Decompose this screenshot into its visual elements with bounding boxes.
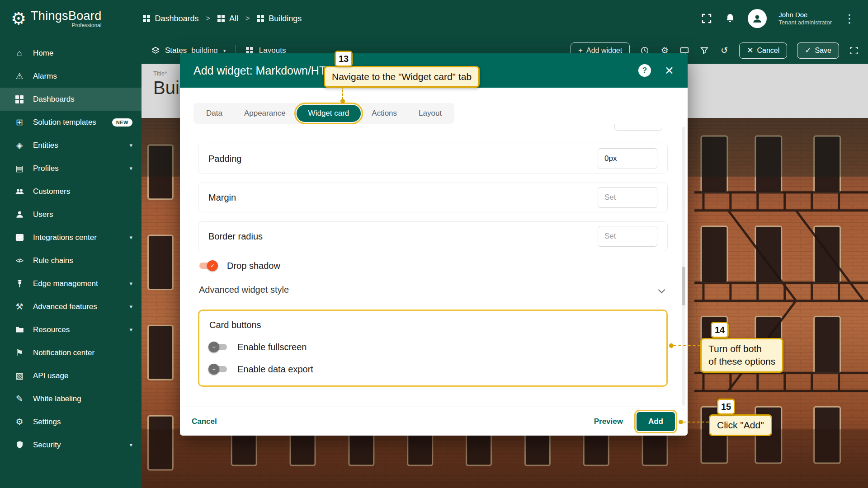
thingsboard-logo-icon: ⚙ (11, 10, 26, 27)
padding-input[interactable]: 0px (598, 148, 657, 169)
sidebar-item-notification-center[interactable]: ⚑ Notification center (0, 341, 142, 364)
notifications-bell-icon[interactable] (724, 13, 736, 24)
sidebar-item-label: Home (33, 49, 53, 58)
breadcrumb-all[interactable]: All (217, 14, 238, 23)
enable-data-export-toggle[interactable]: − (209, 364, 227, 375)
save-button[interactable]: ✓ Save (797, 42, 839, 59)
fullscreen-icon[interactable] (849, 46, 859, 56)
fullscreen-icon[interactable] (701, 13, 712, 24)
brand-name: ThingsBoard (31, 9, 101, 23)
enable-fullscreen-toggle[interactable]: − (209, 342, 227, 352)
sidebar-item-customers[interactable]: Customers (0, 180, 142, 203)
callout-14-line1: Turn off both (708, 343, 775, 355)
breadcrumb-separator-icon: > (245, 14, 250, 23)
dashboards-icon (13, 95, 26, 103)
sidebar-item-label: Security (33, 441, 61, 450)
help-icon[interactable]: ? (638, 64, 651, 77)
shield-icon (13, 441, 26, 449)
preview-button[interactable]: Preview (594, 417, 623, 426)
callout-15-text: Click "Add" (709, 414, 772, 436)
sidebar-item-security[interactable]: Security ▾ (0, 433, 142, 456)
sidebar-item-integrations-center[interactable]: Integrations center ▾ (0, 226, 142, 249)
breadcrumb-label: Buildings (269, 14, 302, 23)
breadcrumb-buildings[interactable]: Buildings (257, 14, 302, 23)
sidebar-item-label: Profiles (33, 164, 59, 173)
sidebar-item-edge-management[interactable]: Edge management ▾ (0, 272, 142, 295)
chevron-down-icon: ▾ (129, 142, 132, 149)
enable-fullscreen-row: − Enable fullscreen (209, 342, 656, 352)
dialog-body: Padding 0px Margin Set Border radius Set… (180, 124, 688, 407)
sidebar-item-rule-chains[interactable]: </> Rule chains (0, 249, 142, 272)
callout-13-text: Navigate to the "Widget card" tab (324, 66, 480, 88)
sidebar-item-label: Alarms (33, 72, 57, 81)
folder-icon (13, 325, 26, 334)
brand-subtitle: Professional (31, 22, 101, 28)
sidebar-item-label: Edge management (33, 279, 98, 288)
chevron-down-icon: ▾ (129, 326, 132, 333)
gear-icon: ⚙ (13, 417, 26, 427)
margin-input[interactable]: Set (598, 187, 657, 208)
chevron-down-icon: ▾ (129, 441, 132, 448)
enable-fullscreen-label: Enable fullscreen (237, 342, 307, 352)
advanced-widget-style-label: Advanced widget style (199, 285, 289, 295)
dashboards-icon (143, 15, 150, 22)
breadcrumb-label: Dashboards (155, 14, 198, 23)
sidebar-item-settings[interactable]: ⚙ Settings (0, 410, 142, 433)
dialog-tabs: Data Appearance Widget card Actions Layo… (193, 103, 688, 124)
border-radius-row: Border radius Set (198, 221, 668, 251)
warning-icon: ⚠ (13, 71, 26, 81)
callout-14-connector (674, 345, 700, 346)
close-icon[interactable]: ✕ (665, 65, 674, 76)
sidebar-item-resources[interactable]: Resources ▾ (0, 318, 142, 341)
advanced-widget-style-expander[interactable]: Advanced widget style (199, 285, 667, 295)
filter-icon[interactable] (699, 46, 709, 56)
padding-row: Padding 0px (198, 144, 668, 174)
sidebar-item-users[interactable]: Users (0, 203, 142, 226)
breadcrumb-dashboards[interactable]: Dashboards (143, 14, 198, 23)
save-label: Save (815, 47, 831, 55)
callout-15-badge: 15 (717, 399, 735, 415)
history-icon[interactable]: ↺ (719, 46, 729, 56)
drop-shadow-toggle[interactable]: ✓ (199, 260, 217, 271)
tab-actions[interactable]: Actions (361, 103, 408, 124)
tab-appearance[interactable]: Appearance (233, 103, 297, 124)
cutoff-input[interactable] (614, 124, 662, 131)
new-badge: NEW (112, 118, 132, 127)
enable-data-export-row: − Enable data export (209, 364, 656, 375)
flag-icon: ⚑ (13, 347, 26, 358)
card-buttons-section: Card buttons − Enable fullscreen − Enabl… (198, 310, 668, 387)
tab-widget-card[interactable]: Widget card (297, 105, 361, 122)
dialog-cancel-button[interactable]: Cancel (192, 417, 217, 426)
sidebar-item-advanced-features[interactable]: ⚒ Advanced features ▾ (0, 295, 142, 318)
sidebar-item-profiles[interactable]: ▤ Profiles ▾ (0, 157, 142, 180)
sidebar-item-label: Dashboards (33, 95, 75, 104)
tab-layout[interactable]: Layout (408, 103, 453, 124)
kebab-menu-icon[interactable]: ⋮ (844, 13, 855, 24)
callout-14-line2: of these options (708, 355, 775, 368)
sidebar-item-home[interactable]: ⌂ Home (0, 42, 142, 65)
margin-row: Margin Set (198, 183, 668, 212)
sidebar-item-label: White labeling (33, 394, 81, 404)
border-radius-input[interactable]: Set (598, 226, 657, 247)
cancel-button[interactable]: ✕ Cancel (739, 42, 787, 59)
breadcrumb: Dashboards > All > Buildings (143, 14, 302, 23)
entities-icon: ◈ (13, 140, 26, 150)
sidebar-item-solution-templates[interactable]: ⊞ Solution templates NEW (0, 111, 142, 134)
callout-15-dot (679, 420, 683, 424)
sidebar-item-entities[interactable]: ◈ Entities ▾ (0, 134, 142, 157)
user-avatar[interactable] (748, 9, 767, 28)
tab-data[interactable]: Data (195, 103, 233, 124)
sidebar-item-label: Solution templates (33, 118, 96, 127)
add-button[interactable]: Add (637, 412, 675, 431)
drop-shadow-row: ✓ Drop shadow (199, 260, 667, 271)
user-role: Tenant administrator (778, 19, 832, 27)
screen: ⚙ ThingsBoard Professional Dashboards > … (0, 0, 868, 488)
tools-icon: ⚒ (13, 301, 26, 312)
dialog-scrollbar-thumb[interactable] (682, 267, 685, 305)
sidebar-item-dashboards[interactable]: Dashboards (0, 88, 142, 111)
sidebar-item-alarms[interactable]: ⚠ Alarms (0, 65, 142, 88)
padding-label: Padding (208, 154, 241, 164)
sidebar-item-api-usage[interactable]: ▧ API usage (0, 364, 142, 387)
brand[interactable]: ⚙ ThingsBoard Professional (11, 9, 101, 28)
sidebar-item-white-labeling[interactable]: ✎ White labeling (0, 387, 142, 410)
